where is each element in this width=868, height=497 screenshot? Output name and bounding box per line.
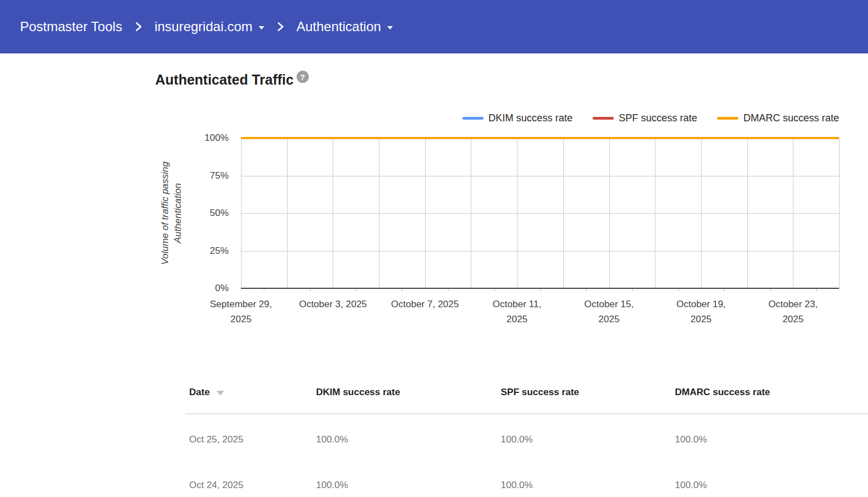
table-header-dmarc-label: DMARC success rate — [675, 387, 770, 398]
x-tick-label-line: October 7, 2025 — [379, 297, 471, 312]
x-tick-label: October 7, 2025 — [379, 297, 471, 312]
table-cell-dmarc: 100.0% — [675, 480, 707, 491]
x-axis-minor-tick — [310, 289, 310, 292]
table-cell-date: Oct 25, 2025 — [189, 434, 243, 445]
x-tick-label-line: October 19, — [655, 297, 747, 312]
x-axis-minor-tick — [724, 289, 724, 292]
x-axis-minor-tick — [448, 289, 448, 292]
table-cell-spf: 100.0% — [501, 480, 533, 491]
x-tick-label-line: September 29, — [195, 297, 287, 312]
x-axis-minor-tick — [494, 289, 495, 292]
table-header-dmarc[interactable]: DMARC success rate — [675, 387, 770, 398]
x-axis-minor-tick — [402, 289, 402, 292]
table-header-date-label: Date — [189, 387, 210, 398]
x-axis-minor-tick — [678, 289, 679, 292]
x-tick-label-line: October 15, — [563, 297, 655, 312]
x-axis-minor-tick — [586, 289, 586, 292]
table-cell-dkim: 100.0% — [316, 480, 348, 491]
authenticated-traffic-chart: Volume of traffic passingAuthentication … — [0, 0, 868, 367]
x-axis-minor-tick — [356, 289, 357, 292]
x-tick-label: October 3, 2025 — [287, 297, 379, 312]
table-header-dkim-label: DKIM success rate — [316, 387, 400, 398]
x-tick-label-line: October 11, — [471, 297, 563, 312]
x-tick-label: September 29,2025 — [195, 297, 287, 327]
y-tick-label: 75% — [184, 170, 229, 181]
x-axis-minor-tick — [632, 289, 633, 292]
x-axis-minor-tick — [816, 289, 817, 292]
table-cell-dmarc: 100.0% — [675, 434, 707, 445]
y-axis-title: Volume of traffic passingAuthentication — [159, 130, 184, 297]
table-header-dkim[interactable]: DKIM success rate — [316, 387, 400, 398]
y-axis-title-line: Authentication — [171, 130, 184, 297]
x-tick-label-line: 2025 — [655, 312, 747, 327]
y-tick-label: 100% — [184, 132, 229, 144]
y-axis-title-line: Volume of traffic passing — [159, 130, 171, 297]
table-header-spf-label: SPF success rate — [501, 387, 579, 398]
x-tick-label-line: 2025 — [195, 312, 287, 327]
chart-series-svg — [241, 138, 839, 288]
x-tick-label: October 11,2025 — [471, 297, 563, 327]
y-tick-label: 0% — [184, 283, 229, 294]
gridline-v — [839, 138, 840, 288]
x-tick-label: October 19,2025 — [655, 297, 747, 327]
x-tick-label-line: 2025 — [471, 312, 563, 327]
x-tick-label: October 23,2025 — [747, 297, 839, 327]
table-cell-dkim: 100.0% — [316, 434, 348, 445]
x-tick-label-line: October 3, 2025 — [287, 297, 379, 312]
table-header-spf[interactable]: SPF success rate — [501, 387, 579, 398]
x-tick-label-line: 2025 — [563, 312, 655, 327]
postmaster-tools-page: Postmaster Tools insuregridai.com Authen… — [0, 0, 868, 497]
table-header-date[interactable]: Date — [189, 387, 224, 398]
x-tick-label-line: 2025 — [747, 312, 839, 327]
sort-descending-icon — [216, 391, 224, 396]
table-cell-date: Oct 24, 2025 — [189, 480, 243, 491]
table-header-divider — [185, 414, 868, 414]
x-axis-minor-tick — [540, 289, 541, 292]
x-axis-minor-tick — [770, 289, 771, 292]
x-tick-label: October 15,2025 — [563, 297, 655, 327]
x-tick-label-line: October 23, — [747, 297, 839, 312]
y-tick-label: 50% — [184, 208, 229, 219]
y-tick-label: 25% — [184, 245, 229, 257]
x-axis-minor-tick — [264, 289, 264, 292]
table-cell-spf: 100.0% — [501, 434, 533, 445]
